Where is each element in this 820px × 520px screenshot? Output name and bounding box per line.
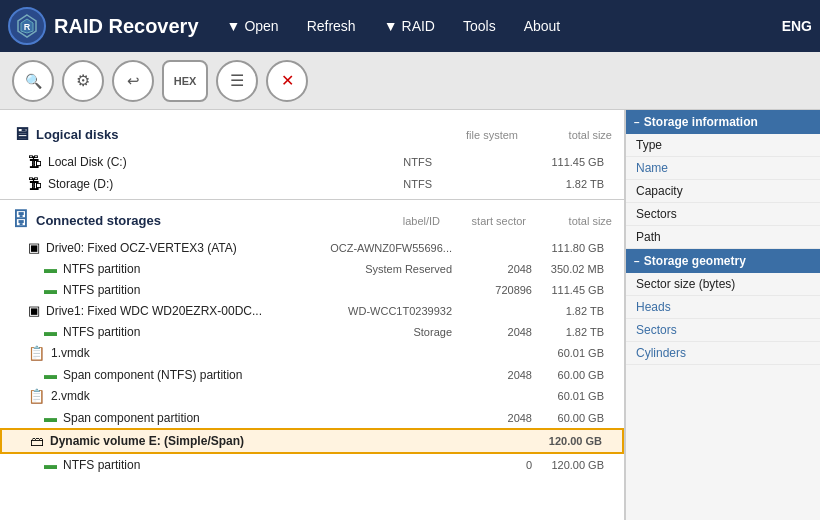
list-item[interactable]: ▬ Span component partition 2048 60.00 GB bbox=[0, 407, 624, 428]
list-item[interactable]: ▬ NTFS partition 720896 111.45 GB bbox=[0, 279, 624, 300]
info-type: Type bbox=[626, 134, 820, 157]
partition-icon: ▬ bbox=[44, 367, 57, 382]
dynamic-volume-icon: 🗃 bbox=[30, 433, 44, 449]
hdd-icon: 🗜 bbox=[28, 154, 42, 170]
list-item[interactable]: 📋 2.vmdk 60.01 GB bbox=[0, 385, 624, 407]
logical-disks-header: 🖥 Logical disks file system total size bbox=[0, 118, 624, 151]
info-capacity: Capacity bbox=[626, 180, 820, 203]
storage-info-header[interactable]: − Storage information bbox=[626, 110, 820, 134]
list-item[interactable]: ▬ NTFS partition System Reserved 2048 35… bbox=[0, 258, 624, 279]
nav-about[interactable]: About bbox=[512, 12, 573, 40]
list-item[interactable]: ▬ NTFS partition 0 120.00 GB bbox=[0, 454, 624, 475]
partition-icon: ▬ bbox=[44, 324, 57, 339]
drive-icon: ▣ bbox=[28, 240, 40, 255]
settings-icon: ⚙ bbox=[76, 71, 90, 90]
info-name[interactable]: Name bbox=[626, 157, 820, 180]
info-path: Path bbox=[626, 226, 820, 249]
language-selector[interactable]: ENG bbox=[782, 18, 812, 34]
vmdk-icon: 📋 bbox=[28, 388, 45, 404]
info-heads[interactable]: Heads bbox=[626, 296, 820, 319]
nav-open[interactable]: ▼ Open bbox=[215, 12, 291, 40]
label-col-header: label/ID bbox=[300, 215, 440, 227]
info-sector-size: Sector size (bytes) bbox=[626, 273, 820, 296]
nav-menu: ▼ Open Refresh ▼ RAID Tools About bbox=[215, 12, 782, 40]
app-logo: R RAID Recovery bbox=[8, 7, 199, 45]
nav-refresh[interactable]: Refresh bbox=[295, 12, 368, 40]
toolbar: 🔍 ⚙ ↩ HEX ☰ ✕ bbox=[0, 52, 820, 110]
list-item[interactable]: 🗜 Local Disk (C:) NTFS 111.45 GB bbox=[0, 151, 624, 173]
collapse-icon: − bbox=[634, 256, 640, 267]
back-button[interactable]: ↩ bbox=[112, 60, 154, 102]
open-arrow-icon: ▼ bbox=[227, 18, 241, 34]
hex-label: HEX bbox=[174, 75, 197, 87]
svg-text:R: R bbox=[24, 22, 31, 32]
start-col-header: start sector bbox=[446, 215, 526, 227]
right-panel: − Storage information Type Name Capacity… bbox=[625, 110, 820, 520]
nav-tools[interactable]: Tools bbox=[451, 12, 508, 40]
back-icon: ↩ bbox=[127, 72, 140, 90]
size-col-header: total size bbox=[524, 129, 612, 141]
list-item[interactable]: ▣ Drive1: Fixed WDC WD20EZRX-00DC... WD-… bbox=[0, 300, 624, 321]
logo-icon: R bbox=[8, 7, 46, 45]
partition-icon: ▬ bbox=[44, 457, 57, 472]
list-item[interactable]: 🗜 Storage (D:) NTFS 1.82 TB bbox=[0, 173, 624, 195]
raid-arrow-icon: ▼ bbox=[384, 18, 398, 34]
info-cylinders[interactable]: Cylinders bbox=[626, 342, 820, 365]
storage-geometry-header[interactable]: − Storage geometry bbox=[626, 249, 820, 273]
dynamic-volume-row[interactable]: 🗃 Dynamic volume E: (Simple/Span) 120.00… bbox=[0, 428, 624, 454]
partition-icon: ▬ bbox=[44, 410, 57, 425]
search-icon: 🔍 bbox=[25, 73, 42, 89]
list-icon: ☰ bbox=[230, 71, 244, 90]
fs-col-header: file system bbox=[398, 129, 518, 141]
close-button[interactable]: ✕ bbox=[266, 60, 308, 102]
drive-icon: ▣ bbox=[28, 303, 40, 318]
list-item[interactable]: ▬ Span component (NTFS) partition 2048 6… bbox=[0, 364, 624, 385]
collapse-icon: − bbox=[634, 117, 640, 128]
info-sectors: Sectors bbox=[626, 203, 820, 226]
search-button[interactable]: 🔍 bbox=[12, 60, 54, 102]
connected-storages-icon: 🗄 bbox=[12, 210, 30, 231]
settings-button[interactable]: ⚙ bbox=[62, 60, 104, 102]
hex-button[interactable]: HEX bbox=[162, 60, 208, 102]
partition-icon: ▬ bbox=[44, 261, 57, 276]
list-item[interactable]: 📋 1.vmdk 60.01 GB bbox=[0, 342, 624, 364]
close-icon: ✕ bbox=[281, 71, 294, 90]
logical-disks-icon: 🖥 bbox=[12, 124, 30, 145]
divider bbox=[0, 199, 624, 200]
vmdk-icon: 📋 bbox=[28, 345, 45, 361]
list-item[interactable]: ▬ NTFS partition Storage 2048 1.82 TB bbox=[0, 321, 624, 342]
top-navigation: R RAID Recovery ▼ Open Refresh ▼ RAID To… bbox=[0, 0, 820, 52]
app-title: RAID Recovery bbox=[54, 15, 199, 38]
total-size-col-header: total size bbox=[532, 215, 612, 227]
connected-storages-header: 🗄 Connected storages label/ID start sect… bbox=[0, 204, 624, 237]
left-panel: 🖥 Logical disks file system total size 🗜… bbox=[0, 110, 625, 520]
hdd-icon: 🗜 bbox=[28, 176, 42, 192]
list-item[interactable]: ▣ Drive0: Fixed OCZ-VERTEX3 (ATA) OCZ-AW… bbox=[0, 237, 624, 258]
main-area: 🖥 Logical disks file system total size 🗜… bbox=[0, 110, 820, 520]
list-button[interactable]: ☰ bbox=[216, 60, 258, 102]
nav-raid[interactable]: ▼ RAID bbox=[372, 12, 447, 40]
partition-icon: ▬ bbox=[44, 282, 57, 297]
info-geometry-sectors[interactable]: Sectors bbox=[626, 319, 820, 342]
